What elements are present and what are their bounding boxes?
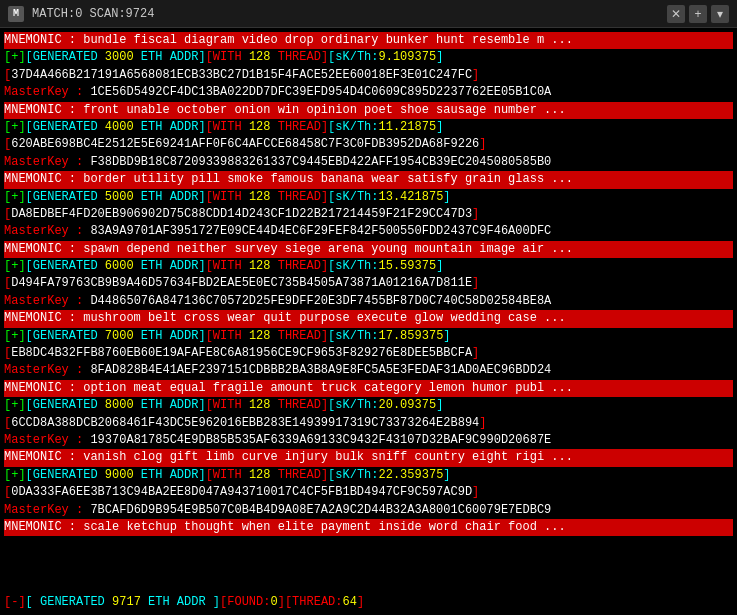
hash-line: [D494FA79763CB9B9A46D57634FBD2EAE5E0EC73…	[4, 275, 733, 292]
new-tab-button[interactable]: +	[689, 5, 707, 23]
app-icon: M	[8, 6, 24, 22]
hash-line: [DA8EDBEF4FD20EB906902D75C88CDD14D243CF1…	[4, 206, 733, 223]
mnemonic-line: MNEMONIC : bundle fiscal diagram video d…	[4, 32, 733, 49]
mnemonic-line: MNEMONIC : vanish clog gift limb curve i…	[4, 449, 733, 466]
masterkey-line: MasterKey : 7BCAFD6D9B954E9B507C0B4B4D9A…	[4, 502, 733, 519]
generated-line: [+][GENERATED 8000 ETH ADDR][WITH 128 TH…	[4, 397, 733, 414]
generated-line: [+][GENERATED 4000 ETH ADDR][WITH 128 TH…	[4, 119, 733, 136]
generated-line: [+][GENERATED 6000 ETH ADDR][WITH 128 TH…	[4, 258, 733, 275]
hash-line: [620ABE698BC4E2512E5E69241AFF0F6C4AFCCE6…	[4, 136, 733, 153]
masterkey-line: MasterKey : 83A9A9701AF3951727E09CE44D4E…	[4, 223, 733, 240]
masterkey-line: MasterKey : 8FAD828B4E41AEF2397151CDBBB2…	[4, 362, 733, 379]
titlebar: M MATCH:0 SCAN:9724 ✕ + ▾	[0, 0, 737, 28]
titlebar-title: MATCH:0 SCAN:9724	[32, 7, 659, 21]
mnemonic-line: MNEMONIC : mushroom belt cross wear quit…	[4, 310, 733, 327]
mnemonic-line: MNEMONIC : border utility pill smoke fam…	[4, 171, 733, 188]
hash-line: [6CCD8A388DCB2068461F43DC5E962016EBB283E…	[4, 415, 733, 432]
terminal: MNEMONIC : bundle fiscal diagram video d…	[0, 28, 737, 615]
titlebar-controls: ✕ + ▾	[667, 5, 729, 23]
hash-line: [EB8DC4B32FFB8760EB60E19AFAFE8C6A81956CE…	[4, 345, 733, 362]
status-line: [-][ GENERATED 9717 ETH ADDR ][FOUND:0][…	[4, 594, 733, 611]
mnemonic-line: MNEMONIC : option meat equal fragile amo…	[4, 380, 733, 397]
close-button[interactable]: ✕	[667, 5, 685, 23]
generated-line: [+][GENERATED 5000 ETH ADDR][WITH 128 TH…	[4, 189, 733, 206]
masterkey-line: MasterKey : D44865076A847136C70572D25FE9…	[4, 293, 733, 310]
generated-line: [+][GENERATED 7000 ETH ADDR][WITH 128 TH…	[4, 328, 733, 345]
mnemonic-line: MNEMONIC : scale ketchup thought when el…	[4, 519, 733, 536]
masterkey-line: MasterKey : F38DBD9B18C87209339883261337…	[4, 154, 733, 171]
hash-line: [37D4A466B217191A6568081ECB33BC27D1B15F4…	[4, 67, 733, 84]
mnemonic-line: MNEMONIC : front unable october onion wi…	[4, 102, 733, 119]
mnemonic-line: MNEMONIC : spawn depend neither survey s…	[4, 241, 733, 258]
masterkey-line: MasterKey : 19370A81785C4E9DB85B535AF633…	[4, 432, 733, 449]
generated-line: [+][GENERATED 3000 ETH ADDR][WITH 128 TH…	[4, 49, 733, 66]
masterkey-line: MasterKey : 1CE56D5492CF4DC13BA022DD7DFC…	[4, 84, 733, 101]
dropdown-button[interactable]: ▾	[711, 5, 729, 23]
hash-line: [0DA333FA6EE3B713C94BA2EE8D047A943710017…	[4, 484, 733, 501]
generated-line: [+][GENERATED 9000 ETH ADDR][WITH 128 TH…	[4, 467, 733, 484]
